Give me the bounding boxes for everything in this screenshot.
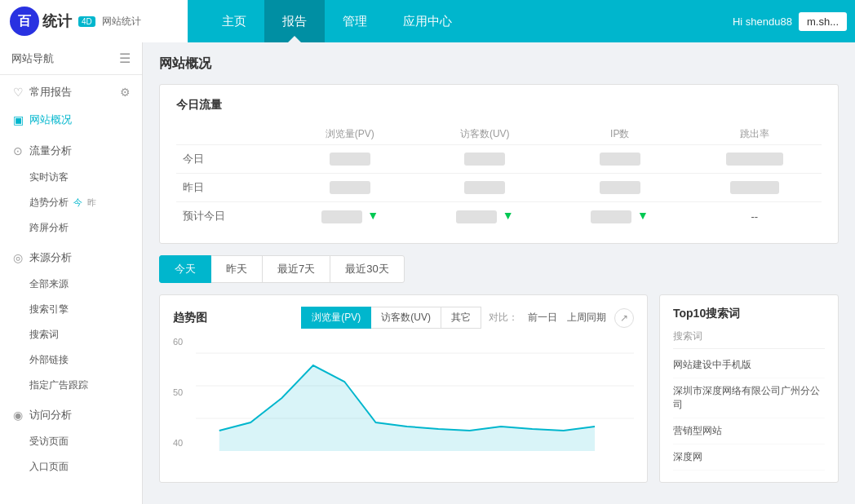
top10-item-3[interactable]: 营销型网站 bbox=[673, 418, 825, 444]
uv-forecast-value: ██ bbox=[456, 210, 497, 223]
sidebar-item-all-sources[interactable]: 全部来源 bbox=[0, 272, 142, 297]
uv-today-value: ██ bbox=[464, 153, 505, 166]
nav-manage[interactable]: 管理 bbox=[325, 0, 385, 42]
row-label-yesterday: 昨日 bbox=[176, 174, 282, 202]
baidu-bear-icon: 百 bbox=[10, 7, 39, 36]
metric-tabs: 浏览量(PV) 访客数(UV) 其它 bbox=[301, 307, 481, 329]
y-label-50: 50 bbox=[173, 387, 196, 397]
date-tab-7days[interactable]: 最近7天 bbox=[262, 255, 330, 283]
sidebar-label-traffic: 流量分析 bbox=[29, 144, 72, 158]
row-uv-yesterday: ██ bbox=[418, 174, 552, 202]
top-navigation: 百 统计 4D 网站统计 主页 报告 管理 应用中心 Hi shendu88 m… bbox=[0, 0, 855, 42]
metric-tab-uv[interactable]: 访客数(UV) bbox=[370, 307, 441, 329]
table-row-forecast: 预计今日 ██ ▼ ██ ▼ ██ ▼ -- bbox=[176, 202, 822, 231]
pv-today-value: ██ bbox=[330, 153, 370, 166]
date-tabs: 今天 昨天 最近7天 最近30天 bbox=[159, 255, 839, 283]
sidebar-item-common-reports[interactable]: ♡ 常用报告 ⚙ bbox=[0, 78, 142, 106]
pv-yesterday-value: ██ bbox=[330, 181, 370, 194]
sidebar-item-search-engine[interactable]: 搜索引擎 bbox=[0, 297, 142, 322]
sidebar-item-visited-pages[interactable]: 受访页面 bbox=[0, 429, 142, 454]
sidebar-item-overview[interactable]: ▣ 网站概况 bbox=[0, 106, 142, 134]
traffic-icon: ⊙ bbox=[11, 144, 24, 157]
source-icon: ◎ bbox=[11, 251, 24, 264]
bottom-row: 趋势图 浏览量(PV) 访客数(UV) 其它 对比： 前一日 上周同期 ↗ bbox=[159, 294, 839, 483]
logo-badge: 4D bbox=[78, 16, 95, 27]
sidebar-item-crossscreen[interactable]: 跨屏分析 bbox=[0, 215, 142, 241]
page-title: 网站概况 bbox=[159, 55, 839, 73]
metric-tab-pv[interactable]: 浏览量(PV) bbox=[301, 307, 371, 329]
sidebar-label-source: 来源分析 bbox=[29, 250, 72, 265]
uv-yesterday-value: ██ bbox=[464, 181, 505, 194]
top10-column-header: 搜索词 bbox=[673, 329, 825, 349]
date-tab-yesterday[interactable]: 昨天 bbox=[210, 255, 263, 283]
col-header-uv: 访客数(UV) bbox=[418, 124, 552, 145]
sidebar-label-overview: 网站概况 bbox=[29, 113, 72, 127]
user-menu-button[interactable]: m.sh... bbox=[799, 12, 847, 31]
chart-area-fill bbox=[219, 365, 595, 451]
y-label-40: 40 bbox=[173, 438, 196, 448]
baidu-logo: 百 统计 4D bbox=[10, 7, 95, 36]
sidebar-item-visit[interactable]: ◉ 访问分析 bbox=[0, 401, 142, 429]
top10-card: Top10搜索词 搜索词 网站建设中手机版 深圳市深度网络有限公司广州分公司 营… bbox=[659, 294, 839, 483]
overview-icon: ▣ bbox=[11, 113, 24, 126]
chart-area: 60 50 40 bbox=[173, 337, 634, 451]
sidebar-header: 网站导航 ☰ bbox=[0, 42, 142, 75]
sidebar-item-realtime[interactable]: 实时访客 bbox=[0, 165, 142, 190]
sidebar-item-trend[interactable]: 趋势分析 今 昨 bbox=[0, 190, 142, 215]
table-row-today: 今日 ██ ██ ██ 9████ bbox=[176, 145, 822, 174]
sidebar-section-source: ◎ 来源分析 全部来源 搜索引擎 搜索词 外部链接 指定广告跟踪 bbox=[0, 244, 142, 398]
sidebar-item-source[interactable]: ◎ 来源分析 bbox=[0, 244, 142, 272]
compare-label: 对比： bbox=[489, 311, 518, 325]
compare-prev-week[interactable]: 上周同期 bbox=[567, 311, 606, 325]
row-bounce-forecast: -- bbox=[687, 202, 822, 231]
pv-down-arrow: ▼ bbox=[367, 209, 379, 222]
nav-home[interactable]: 主页 bbox=[204, 0, 264, 42]
traffic-card-title: 今日流量 bbox=[176, 98, 822, 113]
row-label-today: 今日 bbox=[176, 145, 282, 174]
row-pv-yesterday: ██ bbox=[282, 174, 417, 202]
nav-report[interactable]: 报告 bbox=[264, 0, 325, 42]
sidebar-section-traffic: ⊙ 流量分析 实时访客 趋势分析 今 昨 跨屏分析 bbox=[0, 137, 142, 241]
bounce-today-value: 9████ bbox=[726, 153, 783, 166]
row-uv-forecast: ██ ▼ bbox=[418, 202, 552, 231]
trend-chart-svg bbox=[173, 337, 634, 451]
nav-app-center[interactable]: 应用中心 bbox=[385, 0, 470, 42]
sidebar-section-visit: ◉ 访问分析 受访页面 入口页面 bbox=[0, 401, 142, 480]
compare-prev-day[interactable]: 前一日 bbox=[528, 311, 557, 325]
trend-label: 趋势分析 bbox=[29, 196, 69, 210]
expand-button[interactable]: ↗ bbox=[614, 308, 634, 328]
date-tab-30days[interactable]: 最近30天 bbox=[330, 255, 404, 283]
col-header-label bbox=[176, 124, 282, 145]
logo-area: 百 统计 4D 网站统计 bbox=[0, 0, 188, 42]
sidebar-item-traffic[interactable]: ⊙ 流量分析 bbox=[0, 137, 142, 165]
top10-item-2[interactable]: 深圳市深度网络有限公司广州分公司 bbox=[673, 378, 825, 418]
top10-item-1[interactable]: 网站建设中手机版 bbox=[673, 352, 825, 378]
sidebar-item-search-word[interactable]: 搜索词 bbox=[0, 322, 142, 347]
top10-item-4[interactable]: 深度网 bbox=[673, 444, 825, 471]
ip-forecast-value: ██ bbox=[591, 210, 631, 223]
y-axis-labels: 60 50 40 bbox=[173, 337, 196, 451]
date-tab-today[interactable]: 今天 bbox=[159, 255, 211, 283]
row-bounce-today: 9████ bbox=[687, 145, 822, 174]
row-bounce-yesterday: (████ bbox=[687, 174, 822, 202]
gear-icon[interactable]: ⚙ bbox=[120, 86, 131, 99]
sidebar-item-ad-tracking[interactable]: 指定广告跟踪 bbox=[0, 373, 142, 398]
col-header-pv: 浏览量(PV) bbox=[282, 124, 417, 145]
traffic-card: 今日流量 浏览量(PV) 访客数(UV) IP数 跳出率 今日 ██ █ bbox=[159, 84, 839, 244]
yesterday-label[interactable]: 昨 bbox=[87, 197, 96, 209]
metric-tab-other[interactable]: 其它 bbox=[441, 307, 481, 329]
sidebar-label-common: 常用报告 bbox=[29, 85, 72, 99]
table-row-yesterday: 昨日 ██ ██ ██ (████ bbox=[176, 174, 822, 202]
sidebar: 网站导航 ☰ ♡ 常用报告 ⚙ ▣ 网站概况 ⊙ 流量分析 实时访客 趋势分析 … bbox=[0, 42, 143, 504]
logo-text: 统计 bbox=[42, 11, 72, 31]
row-pv-forecast: ██ ▼ bbox=[282, 202, 417, 231]
sidebar-section-common: ♡ 常用报告 ⚙ ▣ 网站概况 bbox=[0, 78, 142, 134]
main-content: 网站概况 今日流量 浏览量(PV) 访客数(UV) IP数 跳出率 今日 bbox=[143, 42, 855, 504]
trend-card: 趋势图 浏览量(PV) 访客数(UV) 其它 对比： 前一日 上周同期 ↗ bbox=[159, 294, 648, 483]
sidebar-item-entry-pages[interactable]: 入口页面 bbox=[0, 454, 142, 480]
today-label[interactable]: 今 bbox=[73, 197, 82, 209]
sidebar-item-external-link[interactable]: 外部链接 bbox=[0, 347, 142, 373]
bounce-yesterday-value: (████ bbox=[730, 181, 779, 194]
nav-right: Hi shendu88 m.sh... bbox=[733, 12, 855, 31]
sidebar-menu-icon[interactable]: ☰ bbox=[119, 51, 131, 66]
